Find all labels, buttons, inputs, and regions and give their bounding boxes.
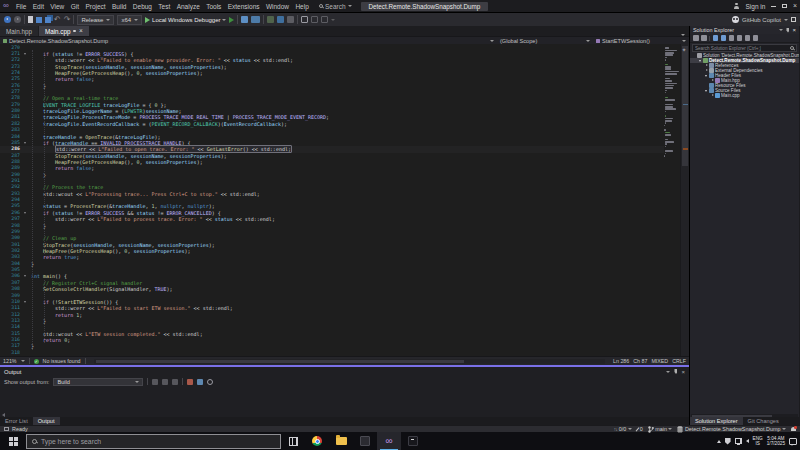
start-without-debugging-icon[interactable] [229,17,234,23]
menu-view[interactable]: View [47,3,67,10]
clear-all-icon[interactable] [187,379,193,385]
window-position-dropdown-icon[interactable] [666,371,670,373]
go-to-previous-message-icon[interactable] [162,379,168,385]
sidebar-horizontal-scrollbar[interactable] [691,414,798,417]
attach-to-process-icon[interactable] [267,16,274,23]
refresh-icon[interactable] [729,35,735,41]
command-window-icon[interactable] [251,16,260,23]
visual-studio-button[interactable]: ∞ [377,432,401,450]
code-area[interactable]: 270271 if (status != ERROR_SUCCESS) {272… [0,44,664,356]
defender-shield-icon[interactable] [725,438,731,445]
code-editor[interactable]: 270271 if (status != ERROR_SUCCESS) {272… [0,44,689,356]
pending-changes-filter-icon[interactable] [713,35,719,41]
menu-analyze[interactable]: Analyze [173,3,203,10]
vertical-scrollbar[interactable]: ✦ [680,44,689,356]
start-button[interactable] [0,432,26,450]
save-all-icon[interactable] [45,17,51,23]
collapse-arrow-icon[interactable] [24,301,26,303]
expanded-arrow-icon[interactable] [704,73,709,78]
sidebar-tab-solution-explorer[interactable]: Solution Explorer [690,417,743,425]
word-wrap-icon[interactable] [197,379,203,385]
file-explorer-button[interactable] [329,432,353,450]
member-dropdown[interactable]: StartETWSession() [593,38,689,44]
fold-margin[interactable] [22,350,31,356]
github-copilot-button[interactable]: GitHub Copilot [732,16,796,23]
solution-explorer-search-input[interactable]: Search Solution Explorer (Ctrl+;) [692,44,797,52]
task-view-button[interactable] [281,432,305,450]
redo-icon[interactable]: ↷ [64,16,71,24]
menu-file[interactable]: File [13,3,30,10]
step-over-icon[interactable] [287,16,294,23]
pin-icon[interactable] [786,28,789,33]
pinned-app-2-button[interactable] [401,432,425,450]
window-position-dropdown-icon[interactable] [779,29,783,31]
show-all-files-icon[interactable] [745,35,751,41]
bookmark-icon[interactable] [301,16,308,23]
code-health-icon[interactable]: ✓ [34,359,39,364]
scroll-left-icon[interactable] [2,413,5,417]
project-dropdown[interactable]: Detect.Remote.ShadowSnapshot.Dump [0,38,497,44]
close-button[interactable]: × [793,3,797,9]
properties-icon[interactable] [753,35,759,41]
collapse-arrow-icon[interactable] [24,142,26,144]
sidebar-tab-git-changes[interactable]: Git Changes [743,417,784,425]
navigate-forward-icon[interactable] [14,16,21,23]
home-icon[interactable] [693,35,699,41]
new-project-icon[interactable] [28,16,33,23]
panel-tab-error-list[interactable]: Error List [0,417,33,425]
close-panel-icon[interactable]: × [792,27,796,33]
collapse-arrow-icon[interactable] [24,212,26,214]
pin-icon[interactable] [674,369,677,374]
close-tab-icon[interactable]: × [79,28,83,34]
save-icon[interactable] [36,17,42,23]
toolbar-overflow-icon[interactable] [331,19,335,21]
navigate-back-icon[interactable] [4,16,11,23]
maximize-button[interactable] [782,4,787,9]
menu-project[interactable]: Project [82,3,109,10]
find-message-icon[interactable] [152,379,158,385]
menu-debug[interactable]: Debug [130,3,156,10]
collapsed-arrow-icon[interactable] [710,93,715,98]
code-line-318[interactable]: 318 [0,350,664,356]
scope-dropdown[interactable]: (Global Scope) [497,38,593,44]
tab-main-hpp[interactable]: Main.hpp [0,26,38,36]
menu-test[interactable]: Test [155,3,173,10]
sign-in-button[interactable]: Sign in [746,3,766,10]
switch-views-icon[interactable] [701,35,707,41]
panel-tab-output[interactable]: Output [33,417,60,425]
scrollbar-thumb[interactable] [96,360,464,363]
sync-with-active-document-icon[interactable] [721,35,727,41]
tab-main-cpp[interactable]: Main.cpp× [39,26,89,36]
search-everything-button[interactable]: Search [319,3,352,10]
menu-tools[interactable]: Tools [203,3,225,10]
menu-edit[interactable]: Edit [30,3,48,10]
minimap[interactable] [664,44,680,356]
pan-scroll-widget[interactable]: ✦ [682,46,687,53]
next-bookmark-icon[interactable] [321,16,328,23]
background-tasks-icon[interactable] [4,427,9,431]
clock[interactable]: 5:04 AM 1/7/2025 [767,436,785,447]
solution-platform-dropdown[interactable]: x64 [117,15,142,25]
output-content[interactable] [0,387,689,412]
taskbar-search-input[interactable]: Type here to search [26,434,281,449]
menu-build[interactable]: Build [109,3,130,10]
collapse-all-icon[interactable] [737,35,743,41]
minimize-button[interactable] [771,6,776,7]
start-debugging-button[interactable]: Local Windows Debugger [145,17,226,23]
collapse-arrow-icon[interactable] [24,275,26,277]
previous-bookmark-icon[interactable] [311,16,318,23]
git-branch-button[interactable]: main [648,426,673,433]
chevron-down-icon[interactable] [21,360,25,362]
volume-icon[interactable] [746,439,749,443]
pending-edits-button[interactable]: 0 [637,426,643,432]
menu-help[interactable]: Help [292,3,312,10]
action-center-icon[interactable] [789,438,797,445]
autoscroll-icon[interactable] [207,379,213,385]
menu-window[interactable]: Window [263,3,293,10]
chrome-button[interactable] [305,432,329,450]
close-panel-icon[interactable]: × [681,369,685,375]
collapse-arrow-icon[interactable] [24,53,26,55]
find-in-files-icon[interactable] [241,16,248,23]
output-source-dropdown[interactable]: Build [53,378,143,386]
solution-configuration-dropdown[interactable]: Release [77,15,114,25]
